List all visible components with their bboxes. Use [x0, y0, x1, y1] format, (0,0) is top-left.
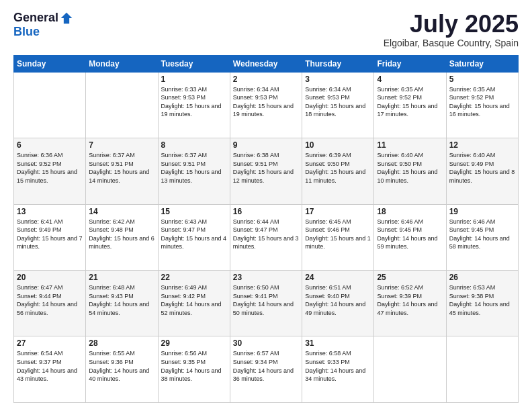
page: General Blue July 2025 Elgoibar, Basque … — [0, 0, 532, 411]
day-number: 31 — [305, 338, 371, 348]
day-info: Sunrise: 6:42 AMSunset: 9:48 PMDaylight:… — [89, 218, 154, 251]
calendar-cell: 31Sunrise: 6:58 AMSunset: 9:33 PMDayligh… — [302, 336, 374, 403]
calendar-cell: 17Sunrise: 6:45 AMSunset: 9:46 PMDayligh… — [302, 204, 374, 270]
calendar-header-sunday: Sunday — [14, 55, 86, 72]
calendar-cell: 30Sunrise: 6:57 AMSunset: 9:34 PMDayligh… — [230, 336, 302, 403]
calendar-cell: 12Sunrise: 6:40 AMSunset: 9:49 PMDayligh… — [446, 138, 518, 204]
day-number: 20 — [17, 273, 83, 282]
day-number: 15 — [161, 207, 227, 216]
header: General Blue July 2025 Elgoibar, Basque … — [13, 11, 519, 48]
calendar-header-friday: Friday — [374, 55, 446, 72]
calendar-cell: 26Sunrise: 6:53 AMSunset: 9:38 PMDayligh… — [446, 271, 518, 336]
day-number: 13 — [17, 207, 83, 216]
day-number: 1 — [161, 75, 227, 84]
day-info: Sunrise: 6:34 AMSunset: 9:53 PMDaylight:… — [233, 85, 299, 119]
calendar-cell: 22Sunrise: 6:49 AMSunset: 9:42 PMDayligh… — [158, 271, 230, 336]
day-number: 22 — [161, 273, 227, 282]
day-info: Sunrise: 6:51 AMSunset: 9:40 PMDaylight:… — [305, 283, 371, 317]
calendar-cell: 13Sunrise: 6:41 AMSunset: 9:49 PMDayligh… — [14, 204, 86, 270]
calendar-cell: 15Sunrise: 6:43 AMSunset: 9:47 PMDayligh… — [158, 204, 230, 270]
calendar-cell: 24Sunrise: 6:51 AMSunset: 9:40 PMDayligh… — [302, 271, 374, 336]
calendar-cell: 16Sunrise: 6:44 AMSunset: 9:47 PMDayligh… — [230, 204, 302, 270]
day-number: 21 — [89, 273, 154, 282]
day-info: Sunrise: 6:57 AMSunset: 9:34 PMDaylight:… — [233, 349, 299, 383]
day-info: Sunrise: 6:41 AMSunset: 9:49 PMDaylight:… — [17, 218, 83, 251]
calendar-cell: 28Sunrise: 6:55 AMSunset: 9:36 PMDayligh… — [86, 336, 158, 403]
calendar-cell: 1Sunrise: 6:33 AMSunset: 9:53 PMDaylight… — [158, 72, 230, 138]
day-number: 14 — [89, 207, 154, 216]
day-info: Sunrise: 6:47 AMSunset: 9:44 PMDaylight:… — [17, 283, 83, 317]
logo-blue: Blue — [13, 25, 40, 39]
day-info: Sunrise: 6:36 AMSunset: 9:52 PMDaylight:… — [17, 151, 83, 185]
day-number: 7 — [89, 140, 154, 150]
day-info: Sunrise: 6:45 AMSunset: 9:46 PMDaylight:… — [305, 218, 371, 251]
day-number: 18 — [377, 207, 443, 216]
calendar-header-monday: Monday — [86, 55, 158, 72]
day-number: 5 — [449, 75, 515, 84]
calendar-cell: 21Sunrise: 6:48 AMSunset: 9:43 PMDayligh… — [86, 271, 158, 336]
day-info: Sunrise: 6:34 AMSunset: 9:53 PMDaylight:… — [305, 85, 371, 119]
day-info: Sunrise: 6:46 AMSunset: 9:45 PMDaylight:… — [377, 218, 443, 251]
day-info: Sunrise: 6:54 AMSunset: 9:37 PMDaylight:… — [17, 349, 83, 383]
calendar-cell: 8Sunrise: 6:37 AMSunset: 9:51 PMDaylight… — [158, 138, 230, 204]
day-info: Sunrise: 6:40 AMSunset: 9:49 PMDaylight:… — [449, 151, 515, 185]
day-number: 28 — [89, 338, 154, 348]
calendar-table: SundayMondayTuesdayWednesdayThursdayFrid… — [13, 55, 519, 403]
calendar-cell: 5Sunrise: 6:35 AMSunset: 9:52 PMDaylight… — [446, 72, 518, 138]
day-info: Sunrise: 6:58 AMSunset: 9:33 PMDaylight:… — [305, 349, 371, 383]
day-number: 4 — [377, 75, 443, 84]
day-info: Sunrise: 6:55 AMSunset: 9:36 PMDaylight:… — [89, 349, 154, 383]
day-number: 17 — [305, 207, 371, 216]
day-info: Sunrise: 6:50 AMSunset: 9:41 PMDaylight:… — [233, 283, 299, 317]
calendar-cell: 29Sunrise: 6:56 AMSunset: 9:35 PMDayligh… — [158, 336, 230, 403]
calendar-header-wednesday: Wednesday — [230, 55, 302, 72]
calendar-cell: 11Sunrise: 6:40 AMSunset: 9:50 PMDayligh… — [374, 138, 446, 204]
calendar-cell: 19Sunrise: 6:46 AMSunset: 9:45 PMDayligh… — [446, 204, 518, 270]
calendar-cell — [446, 336, 518, 403]
day-info: Sunrise: 6:37 AMSunset: 9:51 PMDaylight:… — [89, 151, 154, 185]
calendar-cell: 9Sunrise: 6:38 AMSunset: 9:51 PMDaylight… — [230, 138, 302, 204]
day-info: Sunrise: 6:56 AMSunset: 9:35 PMDaylight:… — [161, 349, 227, 383]
calendar-cell: 3Sunrise: 6:34 AMSunset: 9:53 PMDaylight… — [302, 72, 374, 138]
day-info: Sunrise: 6:39 AMSunset: 9:50 PMDaylight:… — [305, 151, 371, 185]
logo: General Blue — [13, 11, 73, 39]
day-number: 30 — [233, 338, 299, 348]
calendar-week-4: 20Sunrise: 6:47 AMSunset: 9:44 PMDayligh… — [14, 271, 519, 336]
calendar-header-thursday: Thursday — [302, 55, 374, 72]
day-info: Sunrise: 6:37 AMSunset: 9:51 PMDaylight:… — [161, 151, 227, 185]
day-number: 10 — [305, 140, 371, 150]
day-number: 29 — [161, 338, 227, 348]
day-number: 3 — [305, 75, 371, 84]
day-number: 23 — [233, 273, 299, 282]
svg-marker-0 — [61, 12, 73, 24]
day-number: 11 — [377, 140, 443, 150]
calendar-cell: 27Sunrise: 6:54 AMSunset: 9:37 PMDayligh… — [14, 336, 86, 403]
day-info: Sunrise: 6:33 AMSunset: 9:53 PMDaylight:… — [161, 85, 227, 119]
logo-general: General — [13, 11, 58, 25]
calendar-cell — [86, 72, 158, 138]
day-number: 16 — [233, 207, 299, 216]
calendar-cell: 2Sunrise: 6:34 AMSunset: 9:53 PMDaylight… — [230, 72, 302, 138]
day-info: Sunrise: 6:38 AMSunset: 9:51 PMDaylight:… — [233, 151, 299, 185]
month-title: July 2025 — [384, 11, 519, 38]
calendar-cell — [374, 336, 446, 403]
day-number: 8 — [161, 140, 227, 150]
day-info: Sunrise: 6:52 AMSunset: 9:39 PMDaylight:… — [377, 283, 443, 317]
location: Elgoibar, Basque Country, Spain — [384, 38, 519, 48]
day-info: Sunrise: 6:46 AMSunset: 9:45 PMDaylight:… — [449, 218, 515, 251]
day-number: 12 — [449, 140, 515, 150]
calendar-cell: 25Sunrise: 6:52 AMSunset: 9:39 PMDayligh… — [374, 271, 446, 336]
calendar-cell: 7Sunrise: 6:37 AMSunset: 9:51 PMDaylight… — [86, 138, 158, 204]
calendar-cell: 4Sunrise: 6:35 AMSunset: 9:52 PMDaylight… — [374, 72, 446, 138]
calendar-header-saturday: Saturday — [446, 55, 518, 72]
calendar-week-5: 27Sunrise: 6:54 AMSunset: 9:37 PMDayligh… — [14, 336, 519, 403]
calendar-week-3: 13Sunrise: 6:41 AMSunset: 9:49 PMDayligh… — [14, 204, 519, 270]
calendar-header-tuesday: Tuesday — [158, 55, 230, 72]
day-info: Sunrise: 6:53 AMSunset: 9:38 PMDaylight:… — [449, 283, 515, 317]
day-number: 6 — [17, 140, 83, 150]
calendar-cell: 23Sunrise: 6:50 AMSunset: 9:41 PMDayligh… — [230, 271, 302, 336]
calendar-cell: 20Sunrise: 6:47 AMSunset: 9:44 PMDayligh… — [14, 271, 86, 336]
calendar-week-1: 1Sunrise: 6:33 AMSunset: 9:53 PMDaylight… — [14, 72, 519, 138]
calendar-cell: 10Sunrise: 6:39 AMSunset: 9:50 PMDayligh… — [302, 138, 374, 204]
calendar-week-2: 6Sunrise: 6:36 AMSunset: 9:52 PMDaylight… — [14, 138, 519, 204]
